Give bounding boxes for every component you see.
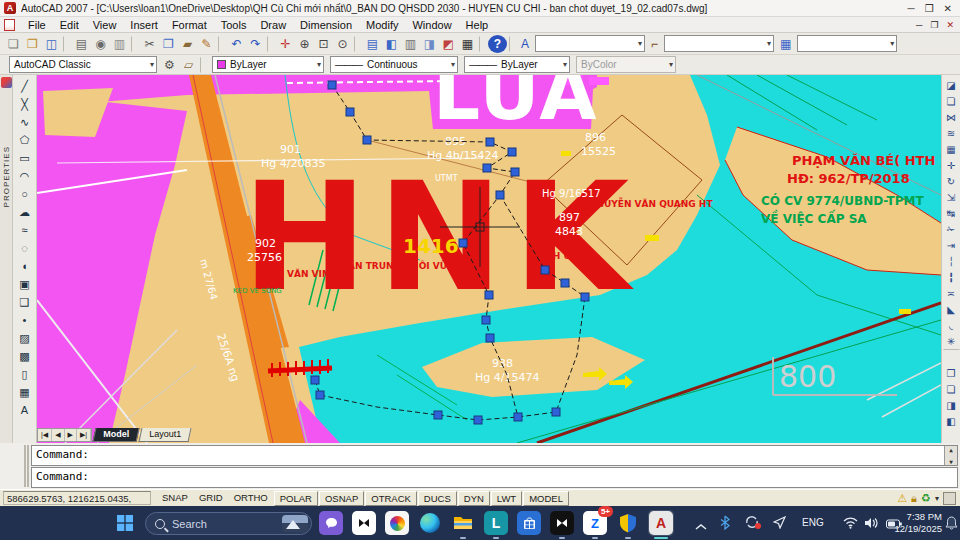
menu-item[interactable]: View [86,18,124,32]
status-toggle[interactable]: SNAP [157,491,193,506]
point-icon[interactable]: • [16,311,34,329]
workspace-settings-icon[interactable]: ⚙ [160,56,179,74]
workspace-combo[interactable]: AutoCAD Classic▾ [9,56,157,73]
chamfer-icon[interactable]: ◣ [943,301,960,317]
break-point-icon[interactable]: ╎ [943,253,960,269]
plot-preview-icon[interactable]: ◉ [91,35,110,53]
rectangle-icon[interactable]: ▭ [16,149,34,167]
dim-style-combo[interactable]: ▾ [664,35,774,52]
tab-nav-button[interactable]: ▶ [65,429,77,441]
sep[interactable] [131,36,138,52]
publish-icon[interactable]: ▥ [110,35,129,53]
doc-close-button[interactable]: ✕ [946,20,954,30]
fillet-icon[interactable]: ◟ [943,317,960,333]
taskbar-app-capcut[interactable] [351,510,377,536]
polyline-icon[interactable]: ∿ [16,113,34,131]
copy-icon[interactable]: ❐ [159,35,178,53]
menu-item[interactable]: Window [405,18,458,32]
sep[interactable] [63,36,70,52]
draworder-back-icon[interactable]: ❏ [943,381,960,397]
ellipse-icon[interactable]: ◌ [16,239,34,257]
lineweight-combo[interactable]: ———ByLayer▾ [464,56,570,73]
sheet-set-icon[interactable]: ◨ [420,35,439,53]
open-icon[interactable]: ❐ [23,35,42,53]
taskbar-search[interactable]: Search [145,512,312,535]
revcloud-icon[interactable]: ☁ [16,203,34,221]
zoom-previous-icon[interactable]: ⊙ [333,35,352,53]
status-refresh-icon[interactable]: ♻ [921,492,931,505]
location-arrow-icon[interactable] [773,515,786,533]
rotate-icon[interactable]: ↻ [943,173,960,189]
color-control-combo[interactable]: ByLayer▾ [212,56,324,73]
taskbar-app-store[interactable] [516,510,542,536]
help-icon[interactable]: ? [488,35,507,53]
communication-warning-icon[interactable]: ⚠ [897,492,907,505]
menu-item[interactable]: Draw [253,18,293,32]
menu-item[interactable]: Tools [214,18,254,32]
tool-palettes-icon[interactable]: ▥ [401,35,420,53]
maximize-button[interactable]: ❐ [925,3,934,14]
move-icon[interactable]: ✛ [943,157,960,173]
erase-icon[interactable]: ◪ [943,77,960,93]
toolbar-lock-icon[interactable]: 🔒︎ [911,492,917,505]
cut-icon[interactable]: ✂ [140,35,159,53]
clean-screen-button[interactable] [943,492,956,505]
coordinate-readout[interactable]: 586629.5763, 1216215.0435, 0.0000 [3,491,151,505]
status-toggle[interactable]: DYN [458,491,490,506]
line-icon[interactable]: ╱ [16,77,34,95]
start-button[interactable] [112,510,138,536]
pan-icon[interactable]: ✛ [276,35,295,53]
copy-object-icon[interactable]: ❏ [943,93,960,109]
taskbar-app-edge[interactable] [417,510,443,536]
plot-icon[interactable]: ▤ [72,35,91,53]
text-style-combo[interactable]: ▾ [535,35,645,52]
tab-nav-button[interactable]: |◀ [38,429,52,441]
trim-icon[interactable]: ✁ [943,221,960,237]
status-toggle[interactable]: MODEL [523,491,569,506]
status-toggle[interactable]: OSNAP [319,491,364,506]
taskbar-clock[interactable]: 7:38 PM 12/19/2025 [894,511,942,535]
taskbar-app-chat[interactable] [318,510,344,536]
linetype-combo[interactable]: ———Continuous▾ [330,56,458,73]
status-menu-arrow[interactable]: ▾ [935,494,939,503]
polygon-icon[interactable]: ⬠ [16,131,34,149]
status-toggle[interactable]: DUCS [418,491,457,506]
drawing-canvas[interactable]: LÚA HNK 901Hg 4/20835 895Hg 4b/15424 896… [37,75,941,443]
offset-icon[interactable]: ≋ [943,125,960,141]
status-toggle[interactable]: OTRACK [365,491,417,506]
mirror-icon[interactable]: ⋈ [943,109,960,125]
save-icon[interactable]: ◫ [42,35,61,53]
menu-item[interactable]: File [21,18,53,32]
taskbar-app-zalo[interactable]: Z5+ [582,510,608,536]
status-toggle[interactable]: POLAR [274,491,318,506]
spline-icon[interactable]: ≈ [16,221,34,239]
status-toggle[interactable]: LWT [491,491,522,506]
draworder-front-icon[interactable]: ❐ [943,365,960,381]
workspace-save-icon[interactable]: ▱ [179,56,198,74]
region-icon[interactable]: ▯ [16,365,34,383]
taskbar-app-capcut-2[interactable] [549,510,575,536]
array-icon[interactable]: ▦ [943,141,960,157]
mtext-icon[interactable]: A [16,401,34,419]
doc-minimize-button[interactable]: ─ [916,20,922,30]
hatch-icon[interactable]: ▨ [16,329,34,347]
redo-icon[interactable]: ↷ [246,35,265,53]
zoom-realtime-icon[interactable]: ⊕ [295,35,314,53]
sep[interactable] [267,36,274,52]
tab-nav-button[interactable]: ▶| [77,429,91,441]
tab-nav-button[interactable]: ◀ [52,429,64,441]
quickcalc-icon[interactable]: ▦ [458,35,477,53]
bluetooth-icon[interactable] [720,515,730,534]
arc-icon[interactable]: ◠ [16,167,34,185]
search-highlight-image[interactable] [282,515,308,532]
wifi-icon[interactable] [843,515,858,533]
notification-bell-icon[interactable] [945,516,958,534]
taskbar-app-paint[interactable] [384,510,410,536]
make-block-icon[interactable]: ❑ [16,293,34,311]
construction-line-icon[interactable]: ╳ [16,95,34,113]
undo-icon[interactable]: ↶ [227,35,246,53]
circle-icon[interactable]: ○ [16,185,34,203]
command-input[interactable]: Command: [31,467,958,488]
table-icon[interactable]: ▦ [16,383,34,401]
insert-block-icon[interactable]: ▣ [16,275,34,293]
